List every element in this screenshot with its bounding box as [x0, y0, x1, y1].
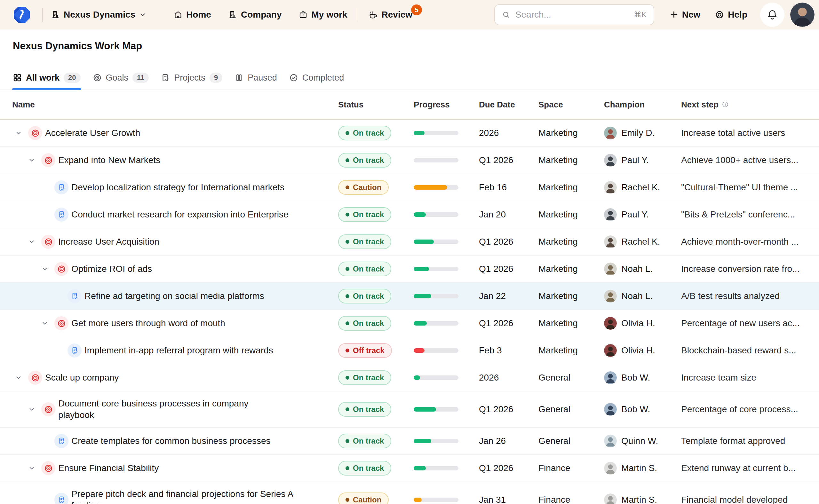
champion-name: Emily D. — [621, 128, 655, 138]
chevron-down-icon[interactable] — [28, 464, 35, 472]
table-row[interactable]: Conduct market research for expansion in… — [0, 201, 819, 228]
due-date: Feb 3 — [479, 345, 502, 356]
row-name[interactable]: Increase User Acquisition — [58, 236, 159, 248]
column-header-status: Status — [338, 99, 363, 109]
status-cell: On track — [338, 234, 391, 249]
new-button[interactable]: New — [670, 10, 701, 20]
user-avatar[interactable] — [790, 3, 815, 27]
progress-cell — [414, 158, 459, 162]
avatar — [604, 181, 617, 194]
row-name[interactable]: Implement in-app referral program with r… — [84, 345, 273, 356]
due-date: Q1 2026 — [479, 318, 513, 328]
row-name[interactable]: Refine ad targeting on social media plat… — [84, 290, 264, 302]
chevron-down-icon[interactable] — [28, 406, 35, 413]
tab-goals[interactable]: Goals 11 — [93, 66, 149, 90]
space: Marketing — [539, 128, 578, 138]
progress-fill — [414, 185, 447, 190]
row-name[interactable]: Get more users through word of mouth — [71, 318, 225, 329]
tab-label: Completed — [302, 73, 344, 83]
row-name-cell: Accelerate User Growth — [0, 120, 333, 146]
progress-bar — [414, 466, 459, 470]
row-name[interactable]: Accelerate User Growth — [45, 127, 140, 139]
status-badge: On track — [338, 153, 391, 168]
tab-paused[interactable]: Paused — [234, 66, 277, 90]
tab-label: Paused — [248, 73, 277, 83]
row-name[interactable]: Ensure Financial Stability — [58, 462, 159, 474]
progress-cell — [414, 466, 459, 470]
champion-cell: Quinn W. — [604, 435, 658, 447]
nav-item-review[interactable]: Review 5 — [368, 10, 413, 20]
space: General — [539, 373, 571, 383]
status-cell: On track — [338, 316, 391, 331]
progress-cell — [414, 185, 459, 190]
next-step: Extend runway at current b... — [681, 463, 813, 473]
chevron-down-icon[interactable] — [15, 129, 22, 137]
status-badge: On track — [338, 402, 391, 417]
space: General — [539, 404, 571, 414]
nav-item-home[interactable]: Home — [174, 10, 211, 20]
goal-target-icon — [41, 461, 55, 475]
status-badge: Caution — [338, 180, 389, 195]
row-name[interactable]: Scale up company — [45, 372, 119, 383]
lifebuoy-icon — [715, 10, 724, 19]
tab-projects[interactable]: Projects 9 — [161, 66, 222, 90]
workspace-switcher[interactable]: Nexus Dynamics — [51, 10, 146, 20]
row-name[interactable]: Expand into New Markets — [58, 154, 160, 166]
column-header-champion: Champion — [604, 99, 645, 109]
tab-count-badge: 11 — [132, 73, 149, 83]
table-row[interactable]: Accelerate User GrowthOn track2026Market… — [0, 120, 819, 147]
table-row[interactable]: Document core business processes in comp… — [0, 391, 819, 428]
app-logo-icon[interactable] — [13, 6, 31, 24]
champion-cell: Olivia H. — [604, 344, 655, 357]
space: Marketing — [539, 291, 578, 301]
nav-item-my-work[interactable]: My work — [299, 10, 347, 20]
search-input[interactable]: Search... ⌘K — [494, 4, 654, 25]
chevron-down-icon[interactable] — [28, 238, 35, 246]
table-row[interactable]: Ensure Financial StabilityOn trackQ1 202… — [0, 455, 819, 482]
chevron-down-icon[interactable] — [41, 265, 49, 273]
avatar — [604, 154, 617, 167]
table-row[interactable]: Increase User AcquisitionOn trackQ1 2026… — [0, 228, 819, 256]
avatar — [604, 493, 617, 504]
table-row[interactable]: Refine ad targeting on social media plat… — [0, 283, 819, 310]
champion-name: Rachel K. — [621, 237, 660, 247]
status-dot-icon — [345, 376, 349, 380]
chevron-down-icon[interactable] — [15, 374, 22, 382]
tab-completed[interactable]: Completed — [289, 66, 344, 90]
progress-fill — [414, 267, 429, 271]
table-row[interactable]: Develop localization strategy for Intern… — [0, 174, 819, 201]
row-name[interactable]: Optimize ROI of ads — [71, 263, 152, 275]
row-name[interactable]: Document core business processes in comp… — [58, 398, 256, 421]
progress-fill — [414, 348, 425, 353]
row-name[interactable]: Prepare pitch deck and financial project… — [71, 488, 321, 504]
nav-item-label: Company — [241, 10, 282, 20]
table-row[interactable]: Optimize ROI of adsOn trackQ1 2026Market… — [0, 256, 819, 283]
table-row[interactable]: Get more users through word of mouthOn t… — [0, 310, 819, 337]
progress-fill — [414, 407, 436, 412]
help-button[interactable]: Help — [715, 10, 747, 20]
nav-item-label: My work — [311, 10, 347, 20]
notifications-button[interactable] — [760, 3, 784, 27]
column-header-space: Space — [539, 99, 563, 109]
row-name[interactable]: Develop localization strategy for Intern… — [71, 182, 284, 193]
champion-name: Paul Y. — [621, 155, 649, 165]
table-row[interactable]: Scale up companyOn track2026GeneralBob W… — [0, 364, 819, 391]
table-row[interactable]: Create templates for common business pro… — [0, 428, 819, 455]
row-name[interactable]: Conduct market research for expansion in… — [71, 209, 288, 220]
table-row[interactable]: Prepare pitch deck and financial project… — [0, 482, 819, 504]
progress-fill — [414, 240, 434, 244]
next-step: Achieve 1000+ active users... — [681, 155, 813, 165]
table-row[interactable]: Expand into New MarketsOn trackQ1 2026Ma… — [0, 147, 819, 174]
chevron-down-icon[interactable] — [41, 319, 49, 327]
row-name[interactable]: Create templates for common business pro… — [71, 435, 271, 447]
champion-name: Martin S. — [621, 495, 657, 504]
progress-fill — [414, 498, 422, 502]
next-step: Percentage of new users ac... — [681, 318, 813, 328]
champion-name: Noah L. — [621, 291, 653, 301]
tab-all-work[interactable]: All work 20 — [13, 66, 81, 90]
chevron-down-icon[interactable] — [28, 156, 35, 164]
nav-item-company[interactable]: Company — [228, 10, 282, 20]
table-row[interactable]: Implement in-app referral program with r… — [0, 337, 819, 364]
column-header-label: Next step — [681, 99, 719, 109]
goal-target-icon — [28, 371, 42, 385]
